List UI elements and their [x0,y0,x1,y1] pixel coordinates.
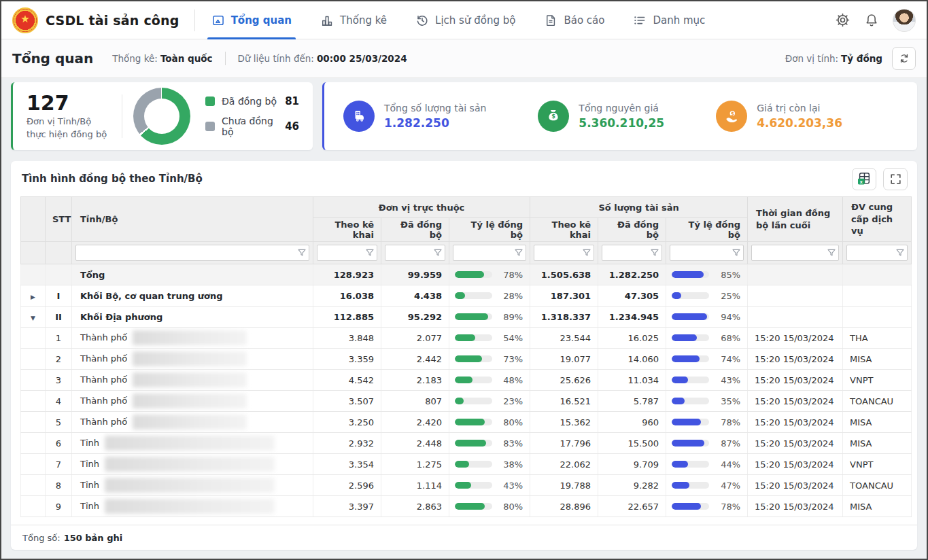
assets-rate: 87% [666,433,748,454]
progress-percent: 80% [503,417,523,427]
progress-track [672,482,709,489]
table-row[interactable]: 9Tỉnh3.3972.86380%28.89622.65778%15:20 1… [21,496,912,517]
fullscreen-button[interactable] [883,168,908,190]
last-sync-time: 15:20 15/03/2024 [748,454,843,475]
progress-percent: 48% [503,375,523,385]
table-row[interactable]: 3Thành phố4.5422.18348%25.62611.03443%15… [21,370,912,391]
filter-icon[interactable] [581,247,592,258]
donut-legend: Đã đồng bộ 81 Chưa đồng bộ 46 [205,95,303,137]
legend-item-synced: Đã đồng bộ 81 [205,95,303,107]
assets-synced: 5.787 [598,391,666,412]
last-sync-time [748,264,843,285]
row-expander[interactable]: ▶ [31,294,35,300]
metric-original-price: $ Tổng nguyên giá 5.360.210,25 [538,101,664,132]
table-row[interactable]: 2Thành phố3.3592.44273%19.07714.06074%15… [21,349,912,370]
app-title: CSDL tài sản công [46,13,179,28]
filter-row [21,242,912,264]
top-navbar: ★ CSDL tài sản công Tổng quan Thống kê L… [1,1,927,39]
service-provider [843,285,912,307]
row-expander[interactable]: ▼ [31,315,35,321]
redacted-name [133,393,247,408]
progress-track [672,377,709,383]
column-group-assets: Số lượng tài sản [530,197,748,218]
user-avatar[interactable] [893,9,916,32]
service-provider: MISA [843,349,912,370]
filter-icon[interactable] [649,247,660,258]
unit-info: Đơn vị tính:Tỷ đồng [785,53,882,64]
filter-icon[interactable] [432,247,443,258]
tab-thong-ke[interactable]: Thống kê [320,1,387,39]
assets-synced: 16.025 [598,328,666,349]
redacted-name [133,415,247,430]
table-row[interactable]: 8Tỉnh2.5961.11443%19.7889.28247%15:20 15… [21,475,912,496]
redacted-name [133,372,247,387]
units-declared: 3.359 [313,349,381,370]
assets-rate: 94% [666,307,748,328]
export-excel-button[interactable]: x [852,168,876,190]
table-row[interactable]: ▶IKhối Bộ, cơ quan trung ương16.0384.438… [21,285,912,307]
notifications-button[interactable] [864,13,879,28]
progress-percent: 47% [721,480,740,491]
progress-percent: 89% [503,312,523,322]
last-sync-time: 15:20 15/03/2024 [748,496,843,517]
settings-button[interactable] [835,12,850,28]
table-body: Tổng128.92399.95978%1.505.6381.282.25085… [21,264,912,517]
filter-icon[interactable] [296,247,307,258]
filter-icon[interactable] [826,247,837,258]
row-stt [46,264,72,285]
bell-icon [864,13,879,28]
filter-input-province[interactable] [75,245,309,261]
redacted-name [105,457,275,472]
fullscreen-icon [889,173,902,186]
province-name: Khối Bộ, cơ quan trung ương [72,285,313,307]
tab-tong-quan[interactable]: Tổng quan [211,1,292,39]
refresh-button[interactable] [892,47,916,70]
row-stt: 5 [46,412,72,433]
progress-track [672,355,709,362]
table-row[interactable]: ▼IIKhối Địa phương112.88595.29289%1.318.… [21,307,912,328]
progress-percent: 43% [721,375,740,385]
column-group-units: Đơn vị trực thuộc [313,197,530,218]
filter-icon[interactable] [364,247,375,258]
assets-synced: 15.500 [598,433,666,454]
units-synced: 4.438 [381,285,449,307]
progress-track [672,334,709,341]
main-nav: Tổng quan Thống kê Lịch sử đồng bộ Báo c… [211,1,706,39]
table-row[interactable]: Tổng128.92399.95978%1.505.6381.282.25085… [21,264,912,285]
brand: ★ CSDL tài sản công [12,7,179,33]
progress-percent: 78% [721,417,740,427]
service-provider [843,307,912,328]
tab-lich-su-dong-bo[interactable]: Lịch sử đồng bộ [415,1,515,39]
province-name: Tỉnh [72,475,313,496]
service-provider: TOANCAU [843,475,912,496]
table-row[interactable]: 5Thành phố3.2502.42080%15.36296078%15:20… [21,412,912,433]
last-sync-time: 15:20 15/03/2024 [748,433,843,454]
service-provider: VNPT [843,370,912,391]
assets-rate: 85% [666,264,748,285]
tab-bao-cao[interactable]: Báo cáo [544,1,604,39]
tab-danh-muc[interactable]: Danh mục [633,1,705,39]
progress-track [672,271,709,278]
progress-percent: 68% [721,333,740,343]
column-header-units-rate: Tỷ lệ đồng bộ [449,218,530,242]
table-row[interactable]: 4Thành phố3.50780723%16.5215.78735%15:20… [21,391,912,412]
table-row[interactable]: 7Tỉnh3.3541.27538%22.0629.70944%15:20 15… [21,454,912,475]
tab-label: Tổng quan [231,14,292,27]
row-stt: 6 [46,433,72,454]
filter-icon[interactable] [895,247,906,258]
table-row[interactable]: 6Tỉnh2.9322.44883%17.79615.50087%15:20 1… [21,433,912,454]
progress-percent: 83% [503,438,523,449]
filter-icon[interactable] [513,247,524,258]
filter-icon[interactable] [731,247,742,258]
assets-declared: 1.318.337 [530,307,598,328]
table-row[interactable]: 1Thành phố3.8482.07754%23.54416.02568%15… [21,328,912,349]
assets-synced: 14.060 [598,349,666,370]
last-sync-time: 15:20 15/03/2024 [748,412,843,433]
units-rate: 48% [449,370,530,391]
units-rate: 89% [449,307,530,328]
legend-swatch [205,122,215,131]
assets-rate: 78% [666,496,748,517]
units-declared: 2.932 [313,433,381,454]
row-stt: 4 [46,391,72,412]
units-synced: 1.275 [381,454,449,475]
